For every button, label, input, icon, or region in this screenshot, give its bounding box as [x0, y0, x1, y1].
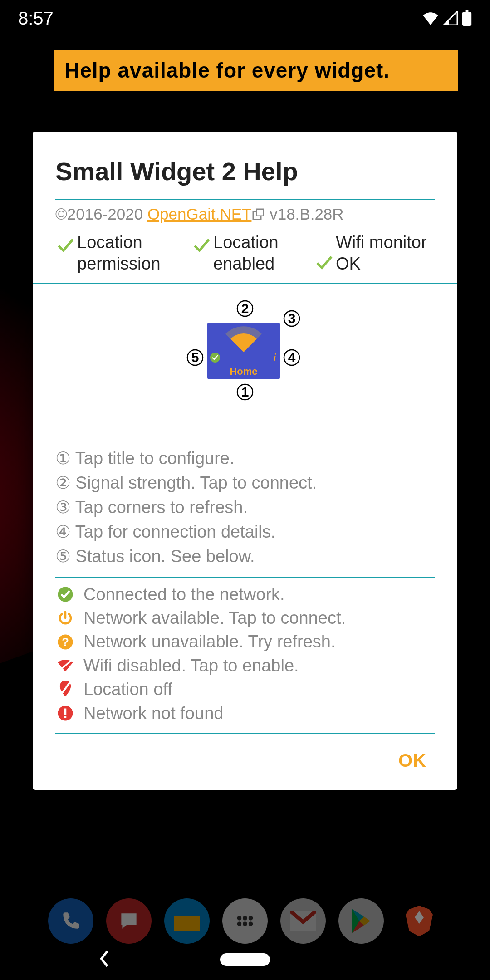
- question-circle-icon: ?: [55, 634, 75, 650]
- svg-text:?: ?: [62, 636, 69, 648]
- svg-text:4: 4: [288, 350, 296, 365]
- version-text: v18.B.28R: [265, 205, 343, 223]
- dock-brave[interactable]: [397, 898, 442, 944]
- legend-text: Wifi disabled. Tap to enable.: [83, 654, 299, 677]
- help-banner: Help available for every widget.: [54, 50, 458, 91]
- status-time: 8:57: [18, 8, 54, 29]
- svg-point-27: [243, 916, 247, 921]
- svg-rect-24: [64, 716, 67, 718]
- status-bar: 8:57: [0, 0, 490, 36]
- back-button[interactable]: [98, 950, 111, 970]
- dock-files[interactable]: [164, 898, 210, 944]
- opengait-link[interactable]: OpenGait.NET: [147, 205, 252, 223]
- help-instruction-list: ① Tap title to configure. ② Signal stren…: [55, 438, 435, 569]
- legend-connected: Connected to the network.: [55, 583, 435, 606]
- app-dock: [0, 898, 490, 944]
- legend-text: Location off: [83, 677, 172, 701]
- svg-text:5: 5: [191, 350, 199, 365]
- legend-text: Network available. Tap to connect.: [83, 606, 346, 630]
- status-label: Location enabled: [213, 232, 314, 275]
- status-wifi-monitor: Wifi monitor OK: [314, 232, 427, 275]
- help-line-3: ③ Tap corners to refresh.: [55, 495, 435, 520]
- svg-rect-0: [462, 12, 471, 26]
- divider: [55, 577, 435, 578]
- home-pill[interactable]: [220, 953, 270, 966]
- svg-rect-25: [174, 911, 185, 916]
- help-dialog: Small Widget 2 Help ©2016-2020 OpenGait.…: [33, 132, 457, 790]
- svg-rect-1: [466, 10, 469, 13]
- error-circle-icon: [55, 705, 75, 721]
- help-line-5: ⑤ Status icon. See below.: [55, 544, 435, 569]
- legend-available: Network available. Tap to connect.: [55, 606, 435, 630]
- dock-gmail[interactable]: [280, 898, 326, 944]
- ok-button[interactable]: OK: [398, 750, 426, 771]
- svg-point-31: [249, 921, 253, 926]
- check-icon: [55, 235, 74, 256]
- svg-rect-3: [257, 209, 264, 216]
- permission-status-row: Location permission Location enabled Wif…: [55, 229, 435, 283]
- svg-point-26: [237, 916, 242, 921]
- dock-app-drawer[interactable]: [222, 898, 268, 944]
- status-label: Wifi monitor OK: [336, 232, 427, 275]
- check-icon: [191, 235, 211, 256]
- location-off-icon: [55, 681, 75, 698]
- dock-messages[interactable]: [106, 898, 152, 944]
- status-location-enabled: Location enabled: [191, 232, 314, 275]
- legend-location-off: Location off: [55, 677, 435, 701]
- legend-text: Connected to the network.: [83, 583, 285, 606]
- widget-diagram: 2 3 4 5 1 i Home: [55, 284, 435, 438]
- check-icon: [314, 253, 333, 274]
- dialog-title: Small Widget 2 Help: [55, 157, 435, 186]
- help-line-1: ① Tap title to configure.: [55, 446, 435, 471]
- diagram-home-label: Home: [230, 366, 257, 377]
- svg-text:3: 3: [288, 311, 296, 326]
- power-icon: [55, 610, 75, 626]
- dock-phone[interactable]: [48, 898, 93, 944]
- svg-text:1: 1: [241, 384, 249, 399]
- legend-text: Network unavailable. Try refresh.: [83, 630, 335, 653]
- external-link-icon: [251, 206, 265, 225]
- legend-text: Network not found: [83, 701, 223, 725]
- svg-point-28: [249, 916, 253, 921]
- svg-point-30: [243, 921, 247, 926]
- copyright-line: ©2016-2020 OpenGait.NET v18.B.28R: [55, 200, 435, 229]
- help-line-4: ④ Tap for connection details.: [55, 520, 435, 544]
- status-legend-list: Connected to the network. Network availa…: [55, 583, 435, 725]
- svg-rect-23: [64, 708, 67, 715]
- svg-text:i: i: [273, 351, 276, 364]
- svg-text:2: 2: [241, 301, 249, 316]
- dock-play-store[interactable]: [338, 898, 384, 944]
- status-icons: [422, 10, 472, 26]
- wifi-icon: [422, 11, 439, 25]
- signal-icon: [443, 11, 458, 25]
- battery-icon: [462, 10, 472, 26]
- legend-wifi-disabled: Wifi disabled. Tap to enable.: [55, 654, 435, 677]
- legend-unavailable: ? Network unavailable. Try refresh.: [55, 630, 435, 653]
- status-location-permission: Location permission: [55, 232, 191, 275]
- copyright-prefix: ©2016-2020: [55, 205, 147, 223]
- help-line-2: ② Signal strength. Tap to connect.: [55, 471, 435, 495]
- navigation-bar: [0, 939, 490, 980]
- legend-not-found: Network not found: [55, 701, 435, 725]
- wifi-off-icon: [55, 657, 75, 674]
- check-circle-icon: [55, 586, 75, 603]
- svg-point-29: [237, 921, 242, 926]
- status-label: Location permission: [77, 232, 191, 275]
